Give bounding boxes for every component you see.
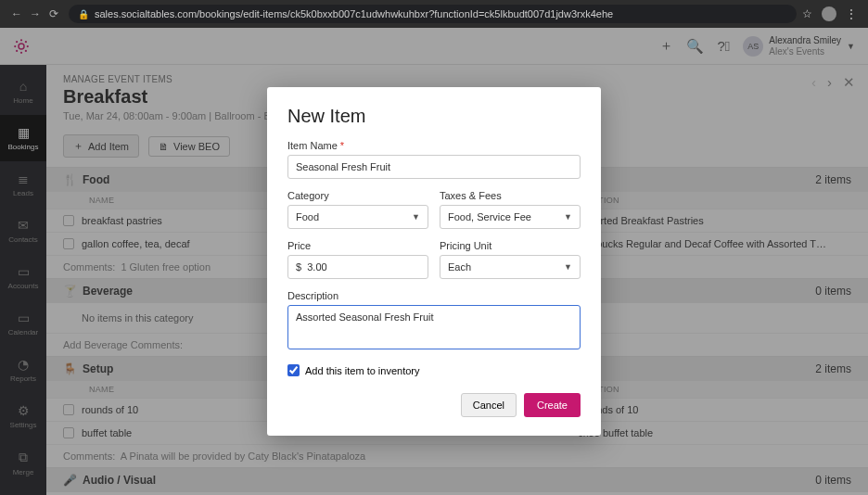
- item-name-label: Item Name *: [287, 140, 581, 151]
- chevron-down-icon: ▼: [564, 262, 572, 272]
- unit-select[interactable]: Each▼: [440, 255, 581, 279]
- price-label: Price: [287, 240, 428, 251]
- price-input[interactable]: [287, 255, 428, 279]
- taxes-select[interactable]: Food, Service Fee▼: [440, 205, 581, 229]
- star-icon[interactable]: ☆: [802, 7, 812, 20]
- lock-icon: 🔒: [78, 9, 89, 19]
- browser-chrome: ← → ⟳ 🔒 sales.socialtables.com/bookings/…: [0, 0, 868, 28]
- unit-label: Pricing Unit: [440, 240, 581, 251]
- taxes-label: Taxes & Fees: [440, 190, 581, 201]
- description-input[interactable]: [287, 305, 581, 349]
- forward-icon[interactable]: →: [26, 7, 45, 20]
- modal-title: New Item: [287, 106, 581, 127]
- add-inventory-label: Add this item to inventory: [305, 365, 420, 376]
- chevron-down-icon: ▼: [412, 212, 420, 222]
- create-button[interactable]: Create: [524, 393, 581, 417]
- cancel-button[interactable]: Cancel: [461, 393, 517, 417]
- add-inventory-checkbox[interactable]: [287, 364, 300, 376]
- category-label: Category: [287, 190, 428, 201]
- url-text: sales.socialtables.com/bookings/edit-ite…: [95, 8, 613, 19]
- new-item-modal: New Item Item Name * Category Food▼ Taxe…: [267, 87, 601, 436]
- description-label: Description: [287, 290, 581, 301]
- profile-icon[interactable]: [822, 6, 836, 21]
- item-name-input[interactable]: [287, 155, 581, 179]
- url-bar[interactable]: 🔒 sales.socialtables.com/bookings/edit-i…: [69, 5, 797, 23]
- modal-overlay: New Item Item Name * Category Food▼ Taxe…: [0, 28, 868, 495]
- reload-icon[interactable]: ⟳: [45, 7, 63, 20]
- menu-icon[interactable]: ⋮: [846, 7, 857, 20]
- chevron-down-icon: ▼: [564, 212, 572, 222]
- category-select[interactable]: Food▼: [287, 205, 428, 229]
- back-icon[interactable]: ←: [7, 7, 26, 20]
